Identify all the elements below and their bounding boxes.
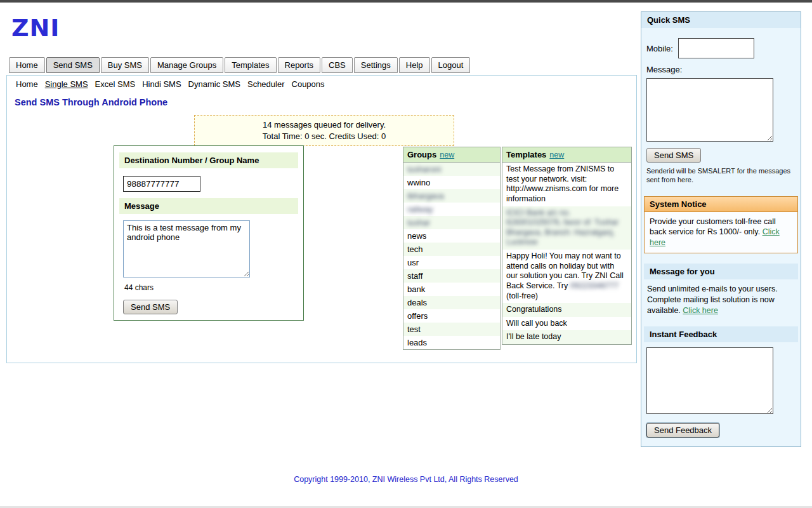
quick-sms-header: Quick SMS xyxy=(641,12,801,28)
subnav-coupons[interactable]: Coupons xyxy=(292,79,325,89)
main-nav: HomeSend SMSBuy SMSManage GroupsTemplate… xyxy=(9,57,470,73)
tab-help[interactable]: Help xyxy=(399,57,430,73)
queue-notice-line2: Total Time: 0 sec. Credits Used: 0 xyxy=(197,131,451,142)
system-notice: System Notice Provide your customers tol… xyxy=(644,196,798,254)
footer: Copyright 1999-2010, ZNI Wireless Pvt Lt… xyxy=(0,475,812,484)
template-row[interactable]: Congratulations xyxy=(502,303,631,317)
group-name: offers xyxy=(407,311,428,321)
queue-notice-line1: 14 messages queued for delivery. xyxy=(197,119,451,131)
template-row[interactable]: ICICI Bank a/c no. 628301025076, favor o… xyxy=(502,206,631,250)
subnav-single-sms[interactable]: Single SMS xyxy=(45,79,88,89)
group-name: news xyxy=(407,231,426,241)
subnav-home[interactable]: Home xyxy=(16,79,38,89)
template-text: Congratulations xyxy=(506,305,562,314)
char-count: 44 chars xyxy=(124,283,303,292)
group-name: tusharoni xyxy=(407,164,441,174)
template-text: 09223346777 xyxy=(570,281,619,290)
subnav-dynamic-sms[interactable]: Dynamic SMS xyxy=(188,79,240,89)
groups-new-link[interactable]: new xyxy=(440,150,454,159)
templates-title: Templates xyxy=(506,150,546,159)
destination-input[interactable] xyxy=(123,176,200,192)
mobile-input[interactable] xyxy=(678,38,754,58)
groups-header: Groupsnew xyxy=(403,147,500,163)
tab-send-sms[interactable]: Send SMS xyxy=(46,57,100,73)
group-name: tushar xyxy=(407,218,430,227)
template-row[interactable]: Will call you back xyxy=(502,317,631,331)
quick-message-textarea[interactable] xyxy=(646,78,773,142)
template-text: ICICI Bank a/c no. 628301025076, favor o… xyxy=(506,208,619,247)
groups-title: Groups xyxy=(407,150,436,159)
templates-list: Test Message from ZNISMS to test your ne… xyxy=(502,163,631,344)
template-row[interactable]: I'll be late today xyxy=(502,330,631,344)
template-row[interactable]: Test Message from ZNISMS to test your ne… xyxy=(502,163,631,206)
message-for-you-body: Send unlimited e-mails to your users. Co… xyxy=(641,279,801,316)
group-row[interactable]: railway xyxy=(403,203,500,216)
group-row[interactable]: usr xyxy=(403,256,500,269)
message-for-you-link[interactable]: Click here xyxy=(683,306,718,315)
tab-templates[interactable]: Templates xyxy=(225,57,276,73)
group-row[interactable]: news xyxy=(403,229,500,243)
group-row[interactable]: tech xyxy=(403,243,500,256)
send-sms-button[interactable]: Send SMS xyxy=(123,300,178,314)
group-row[interactable]: deals xyxy=(403,296,500,309)
system-notice-text: Provide your customers toll-free call ba… xyxy=(650,217,776,237)
group-name: bank xyxy=(407,284,425,294)
send-feedback-button[interactable]: Send Feedback xyxy=(646,423,719,438)
template-text: I'll be late today xyxy=(506,332,561,341)
group-name: wwino xyxy=(407,178,430,187)
subnav-hindi-sms[interactable]: Hindi SMS xyxy=(142,79,181,89)
groups-list: tusharoniwwinotbhargavarailwaytusharnews… xyxy=(403,163,500,349)
group-row[interactable]: wwino xyxy=(403,176,500,189)
template-text: Will call you back xyxy=(506,319,567,328)
group-row[interactable]: bank xyxy=(403,283,500,296)
instant-feedback-header: Instant Feedback xyxy=(644,326,798,342)
system-notice-body: Provide your customers toll-free call ba… xyxy=(645,212,797,253)
group-row[interactable]: tushar xyxy=(403,216,500,229)
mobile-row: Mobile: xyxy=(646,38,796,58)
template-text: (toll-free) xyxy=(506,291,538,300)
quick-message-label: Message: xyxy=(646,65,796,74)
group-row[interactable]: leads xyxy=(403,336,500,349)
template-text: Test Message from ZNISMS to test your ne… xyxy=(506,164,619,203)
sidebar: Quick SMS Mobile: Message: Send SMS Send… xyxy=(641,11,801,447)
tab-reports[interactable]: Reports xyxy=(278,57,321,73)
message-textarea[interactable]: This is a test message from my android p… xyxy=(123,220,250,277)
template-row[interactable]: Happy Holi! You may not want to attend c… xyxy=(502,250,631,303)
tab-cbs[interactable]: CBS xyxy=(322,57,353,73)
tab-buy-sms[interactable]: Buy SMS xyxy=(101,57,149,73)
mobile-label: Mobile: xyxy=(646,44,673,53)
queue-notice: 14 messages queued for delivery. Total T… xyxy=(194,115,454,146)
page-title: Send SMS Through Android Phone xyxy=(15,97,167,107)
groups-table: Groupsnew tusharoniwwinotbhargavarailway… xyxy=(403,147,501,350)
tab-home[interactable]: Home xyxy=(9,57,45,73)
send-sms-form: Destination Number / Group Name Message … xyxy=(114,145,304,321)
quick-send-sms-button[interactable]: Send SMS xyxy=(646,148,701,163)
group-name: tbhargava xyxy=(407,191,444,201)
group-row[interactable]: tusharoni xyxy=(403,163,500,176)
group-row[interactable]: test xyxy=(403,323,500,336)
subnav-scheduler[interactable]: Scheduler xyxy=(247,79,285,89)
group-row[interactable]: tbhargava xyxy=(403,189,500,203)
group-name: staff xyxy=(407,271,422,281)
group-name: test xyxy=(407,324,421,334)
message-header: Message xyxy=(119,198,298,214)
destination-header: Destination Number / Group Name xyxy=(119,152,298,168)
tab-manage-groups[interactable]: Manage Groups xyxy=(150,57,223,73)
group-name: usr xyxy=(407,258,419,267)
group-name: tech xyxy=(407,244,423,254)
templates-table: Templatesnew Test Message from ZNISMS to… xyxy=(502,147,632,345)
templates-new-link[interactable]: new xyxy=(549,150,564,159)
content-panel: HomeSingle SMSExcel SMSHindi SMSDynamic … xyxy=(6,75,637,363)
tab-settings[interactable]: Settings xyxy=(354,57,398,73)
system-notice-header: System Notice xyxy=(645,197,797,212)
subnav-excel-sms[interactable]: Excel SMS xyxy=(95,79,136,89)
logo: ZNI xyxy=(11,14,60,42)
feedback-textarea[interactable] xyxy=(646,347,773,414)
senderid-note: Senderid will be SMSALERT for the messag… xyxy=(646,166,796,185)
group-row[interactable]: offers xyxy=(403,309,500,323)
tab-logout[interactable]: Logout xyxy=(431,57,471,73)
group-name: railway xyxy=(407,204,433,214)
group-row[interactable]: staff xyxy=(403,269,500,283)
window-top-border xyxy=(0,0,812,3)
group-name: leads xyxy=(407,338,427,347)
